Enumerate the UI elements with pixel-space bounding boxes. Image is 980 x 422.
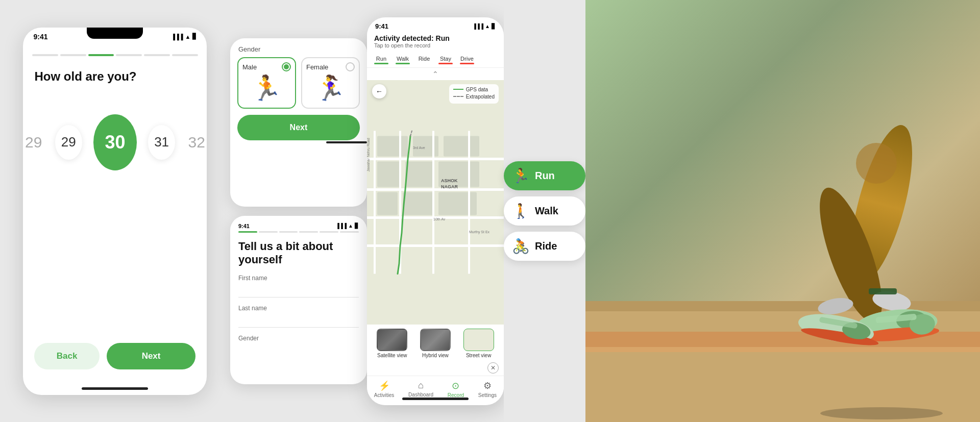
nav-settings[interactable]: ⚙ Settings (478, 380, 497, 398)
progress-seg-5 (144, 54, 170, 56)
gender-female-option[interactable]: Female 🏃‍♀️ (301, 57, 360, 109)
female-radio[interactable] (346, 62, 355, 71)
map-legend: GPS data Extrapolated (449, 84, 499, 104)
tab-ride[interactable]: Ride (417, 56, 431, 64)
map-area[interactable]: ASHOK NAGAR 3rd Ave Murthy St Ex Jawahar… (367, 80, 504, 325)
age-selected-30: 30 (93, 114, 137, 170)
walk-emoji: 🚶 (512, 203, 530, 219)
svg-rect-8 (403, 192, 433, 215)
street-thumb (463, 329, 494, 351)
svg-rect-1 (377, 136, 408, 156)
age-picker[interactable]: 29 29 30 31 32 (23, 114, 207, 170)
svg-rect-4 (377, 161, 400, 187)
age-question-text: How old are you? (23, 60, 207, 84)
hero-photo-background (585, 0, 980, 422)
hero-photo-panel (585, 0, 980, 422)
svg-rect-3 (444, 136, 479, 156)
hybrid-view-option[interactable]: Hybrid view (415, 329, 456, 358)
map-time: 9:41 (375, 22, 388, 30)
next-button[interactable]: Next (107, 343, 196, 369)
run-tab-bar (374, 63, 388, 64)
walk-label: Walk (535, 205, 558, 217)
tab-walk[interactable]: Walk (396, 56, 410, 64)
map-status-icons: ▐▐▐ ▲ ▊ (473, 23, 496, 29)
walk-activity-button[interactable]: 🚶 Walk (504, 196, 585, 226)
last-name-label: Last name (238, 305, 359, 312)
street-view-option[interactable]: Street view (458, 329, 499, 358)
last-name-input[interactable] (238, 314, 359, 328)
activity-buttons-panel: 🏃 Run 🚶 Walk 🚴 Ride (504, 0, 585, 422)
hybrid-label: Hybrid view (422, 353, 449, 358)
age-31[interactable]: 31 (148, 125, 175, 160)
male-radio[interactable] (282, 62, 291, 71)
svg-text:ASHOK: ASHOK (441, 178, 458, 183)
back-button[interactable]: Back (34, 343, 99, 369)
home-indicator-gender (326, 141, 367, 143)
age-nav-buttons: Back Next (23, 343, 207, 369)
svg-text:10th Av: 10th Av (433, 217, 446, 220)
svg-rect-28 (585, 347, 980, 352)
map-phone-screen: 9:41 ▐▐▐ ▲ ▊ Activity detected: Run Tap … (367, 17, 504, 405)
pseg-3 (279, 231, 298, 233)
age-num-far-right: 32 (186, 134, 207, 151)
gps-legend-label: GPS data (466, 87, 488, 92)
ride-label: Ride (535, 240, 557, 252)
hybrid-thumb (420, 329, 451, 351)
map-chevron[interactable]: ⌃ (367, 68, 504, 80)
activity-floating-buttons: 🏃 Run 🚶 Walk 🚴 Ride (504, 161, 585, 261)
dashboard-icon: ⌂ (418, 380, 424, 391)
pseg-1 (238, 231, 257, 233)
pseg-2 (259, 231, 278, 233)
tab-drive[interactable]: Drive (460, 56, 474, 64)
pseg-6 (340, 231, 359, 233)
run-activity-button[interactable]: 🏃 Run (504, 161, 585, 190)
svg-rect-9 (438, 192, 477, 215)
map-back-button[interactable]: ← (372, 84, 386, 98)
gender-male-option[interactable]: Male 🏃 (237, 57, 296, 109)
gps-legend-line (453, 89, 463, 90)
nav-activities[interactable]: ⚡ Activities (374, 380, 394, 398)
settings-icon: ⚙ (483, 380, 492, 391)
map-close-button[interactable]: ✕ (487, 362, 499, 374)
record-icon: ⊙ (452, 380, 459, 391)
activity-banner[interactable]: Activity detected: Run Tap to open the r… (367, 30, 504, 53)
ride-activity-button[interactable]: 🚴 Ride (504, 232, 585, 261)
profile-signal-icon: ▐▐▐ (336, 223, 347, 229)
walk-tab-bar (396, 63, 410, 64)
map-battery-icon: ▊ (492, 23, 496, 29)
female-label: Female (306, 63, 328, 71)
notch (87, 28, 143, 39)
nav-record[interactable]: ⊙ Record (448, 380, 464, 398)
tab-run[interactable]: Run (374, 56, 388, 64)
progress-seg-2 (60, 54, 86, 56)
nav-dashboard[interactable]: ⌂ Dashboard (408, 380, 433, 398)
gender-options[interactable]: Male 🏃 Female 🏃‍♀️ (230, 57, 367, 109)
age-29[interactable]: 29 (55, 125, 82, 160)
satellite-view-option[interactable]: Satellite view (372, 329, 412, 358)
profile-time: 9:41 (238, 223, 250, 229)
map-status-bar: 9:41 ▐▐▐ ▲ ▊ (367, 17, 504, 30)
extrapolated-legend-label: Extrapolated (466, 94, 495, 100)
first-name-input[interactable] (238, 284, 359, 297)
svg-text:NAGAR: NAGAR (441, 184, 458, 189)
profile-setup-panel: Gender Male 🏃 Female 🏃‍♀️ Next 9:41 ▐▐▐ … (230, 0, 367, 422)
progress-seg-4 (116, 54, 142, 56)
map-panel: 9:41 ▐▐▐ ▲ ▊ Activity detected: Run Tap … (367, 0, 504, 422)
profile-battery-icon: ▊ (355, 223, 359, 229)
run-label: Run (535, 170, 555, 182)
satellite-label: Satellite view (377, 353, 407, 358)
activity-detected-title: Activity detected: Run (374, 34, 497, 42)
map-view-options: Satellite view Hybrid view Street view (367, 325, 504, 362)
gender-card: Gender Male 🏃 Female 🏃‍♀️ Next (230, 38, 367, 207)
progress-seg-6 (172, 54, 198, 56)
progress-seg-1 (32, 54, 58, 56)
profile-status-icons: ▐▐▐ ▲ ▊ (336, 223, 359, 229)
signal-icon: ▐▐▐ (171, 34, 183, 40)
svg-text:Murthy St Ex: Murthy St Ex (469, 230, 490, 234)
svg-point-45 (820, 407, 943, 419)
map-home-indicator (402, 398, 469, 400)
tab-stay[interactable]: Stay (438, 56, 453, 64)
activity-tabs: Run Walk Ride Stay Drive (367, 53, 504, 68)
gender-next-button[interactable]: Next (237, 115, 360, 140)
female-emoji: 🏃‍♀️ (315, 74, 346, 103)
